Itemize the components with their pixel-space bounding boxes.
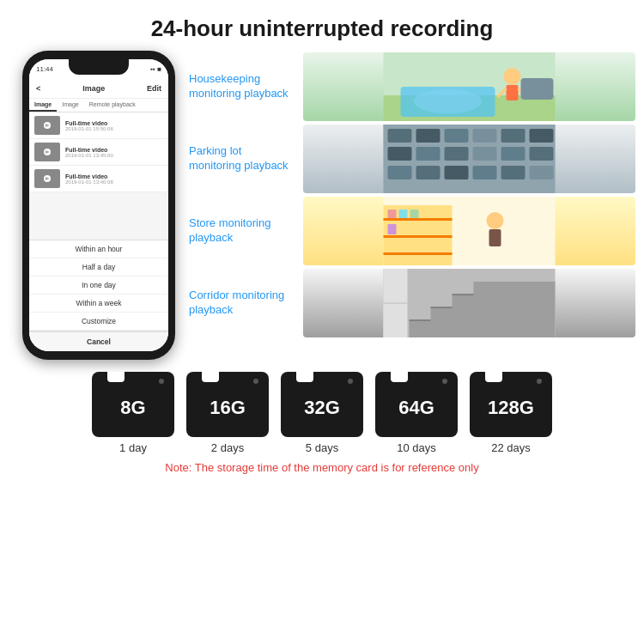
phone-nav-back[interactable]: <	[36, 84, 40, 93]
monitoring-item-corridor: Corridor monitoring playback	[189, 269, 635, 337]
svg-rect-42	[410, 210, 419, 218]
svg-rect-43	[388, 224, 397, 234]
sd-card-days-128g: 22 days	[491, 441, 531, 454]
phone-item-text-1: Full-time video 2019-01-01 15:50:06	[65, 120, 113, 131]
phone-list-item-1[interactable]: Full-time video 2019-01-01 15:50:06	[29, 112, 168, 139]
sd-card-16g: 16G	[186, 372, 269, 437]
svg-rect-11	[507, 85, 519, 100]
sd-card-label-8g: 8G	[120, 397, 145, 419]
monitoring-text-corridor: Corridor monitoring playback	[189, 289, 296, 318]
page-title: 24-hour uninterrupted recording	[9, 15, 635, 42]
phone-dropdown-item-1[interactable]: Within an hour	[29, 240, 168, 258]
phone-tabs: Image Image Remote playback	[29, 99, 168, 112]
sd-card-notch-8g	[107, 372, 125, 382]
phone-item-title-1: Full-time video	[65, 120, 113, 126]
phone-list-item-2[interactable]: Full-time video 2019-01-01 13:45:00	[29, 139, 168, 166]
monitoring-label-corridor: Corridor monitoring playback	[189, 289, 296, 318]
svg-point-10	[504, 68, 521, 85]
svg-rect-32	[473, 166, 497, 179]
svg-rect-33	[501, 166, 526, 179]
scene-store	[303, 197, 635, 265]
svg-rect-27	[501, 147, 526, 161]
svg-rect-39	[384, 252, 453, 255]
svg-rect-24	[416, 147, 440, 161]
scene-housekeeping	[303, 52, 635, 121]
svg-rect-37	[384, 218, 453, 221]
monitoring-text-housekeeping: Housekeeping monitoring playback	[189, 72, 296, 101]
svg-rect-30	[416, 166, 440, 179]
sd-card-label-64g: 64G	[398, 397, 434, 419]
phone-notch	[69, 59, 129, 75]
svg-rect-41	[399, 210, 408, 218]
phone-time: 11:44	[36, 65, 53, 73]
phone-item-text-3: Full-time video 2019-01-01 13:40:08	[65, 173, 113, 185]
phone-dropdown: Within an hour Half a day In one day Wit…	[29, 240, 168, 351]
phone-dropdown-item-2[interactable]: Half a day	[29, 258, 168, 276]
sd-card-days-8g: 1 day	[119, 441, 147, 454]
phone-nav: < Image Edit	[29, 78, 168, 99]
monitoring-label-store: Store monitoring playback	[189, 216, 296, 246]
monitoring-item-housekeeping: Housekeeping monitoring playback	[189, 52, 635, 121]
monitoring-img-parking	[303, 125, 635, 193]
phone-icons: ▪▪ ■	[150, 65, 161, 73]
svg-rect-46	[489, 229, 501, 246]
monitoring-text-store: Store monitoring playback	[189, 216, 296, 246]
phone-dropdown-item-5[interactable]: Customize	[29, 313, 168, 331]
sd-card-label-32g: 32G	[304, 397, 340, 419]
sd-card-item-32g: 32G 5 days	[281, 372, 363, 454]
phone-item-date-3: 2019-01-01 13:40:08	[65, 179, 113, 185]
sd-card-days-64g: 10 days	[397, 441, 436, 454]
sd-card-notch-128g	[485, 372, 502, 382]
svg-rect-34	[530, 166, 554, 179]
sd-card-8g: 8G	[92, 372, 174, 437]
svg-rect-17	[388, 129, 412, 143]
svg-rect-38	[384, 235, 453, 238]
phone-tab-remote[interactable]: Remote playback	[84, 99, 141, 112]
phone-dropdown-item-3[interactable]: In one day	[29, 276, 168, 295]
svg-rect-14	[521, 78, 554, 100]
svg-rect-44	[399, 224, 408, 234]
phone-tab-image[interactable]: Image	[29, 99, 57, 112]
sd-card-item-16g: 16G 2 days	[186, 372, 269, 454]
phone-thumb-2	[34, 143, 60, 161]
phone-item-date-2: 2019-01-01 13:45:00	[65, 153, 113, 158]
svg-rect-20	[473, 129, 497, 143]
monitoring-label-parking: Parking lot monitoring playback	[189, 144, 296, 173]
svg-rect-31	[445, 166, 469, 179]
sd-cards-row: 8G 1 day 16G 2 days 32G 5 days 64G	[92, 372, 552, 454]
phone-dropdown-item-4[interactable]: Within a week	[29, 295, 168, 313]
svg-rect-19	[445, 129, 469, 143]
sd-card-item-128g: 128G 22 days	[470, 372, 552, 454]
phone-list-item-3[interactable]: Full-time video 2019-01-01 13:40:08	[29, 166, 168, 192]
svg-point-9	[414, 89, 483, 113]
sd-card-notch-32g	[296, 372, 313, 382]
sd-card-days-16g: 2 days	[211, 441, 244, 454]
middle-section: 11:44 ▪▪ ■ < Image Edit Image Image Remo…	[0, 51, 644, 360]
phone-nav-title: Image	[82, 84, 105, 93]
phone-screen: 11:44 ▪▪ ■ < Image Edit Image Image Remo…	[29, 59, 168, 351]
monitoring-item-parking: Parking lot monitoring playback	[189, 125, 635, 193]
svg-rect-18	[416, 129, 440, 143]
sd-card-notch-16g	[202, 372, 219, 382]
svg-point-45	[487, 212, 504, 229]
svg-rect-25	[445, 147, 469, 161]
phone-cancel-button[interactable]: Cancel	[29, 331, 168, 351]
note-text: Note: The storage time of the memory car…	[165, 461, 478, 474]
svg-rect-26	[473, 147, 497, 161]
phone-thumb-1	[34, 116, 60, 135]
svg-rect-23	[388, 147, 412, 161]
monitoring-label-housekeeping: Housekeeping monitoring playback	[189, 72, 296, 101]
page-header: 24-hour uninterrupted recording	[0, 0, 644, 51]
phone-nav-edit[interactable]: Edit	[147, 84, 161, 93]
svg-rect-28	[530, 147, 554, 161]
monitoring-section: Housekeeping monitoring playback	[189, 51, 635, 337]
svg-rect-21	[501, 129, 526, 143]
sd-card-128g: 128G	[470, 372, 552, 437]
sd-card-label-128g: 128G	[488, 397, 534, 419]
phone-tab-image2[interactable]: Image	[57, 99, 83, 112]
svg-rect-29	[388, 166, 412, 179]
scene-parking	[303, 125, 635, 193]
monitoring-text-parking: Parking lot monitoring playback	[189, 144, 296, 173]
phone-thumb-3	[34, 169, 60, 188]
sd-card-64g: 64G	[375, 372, 458, 437]
